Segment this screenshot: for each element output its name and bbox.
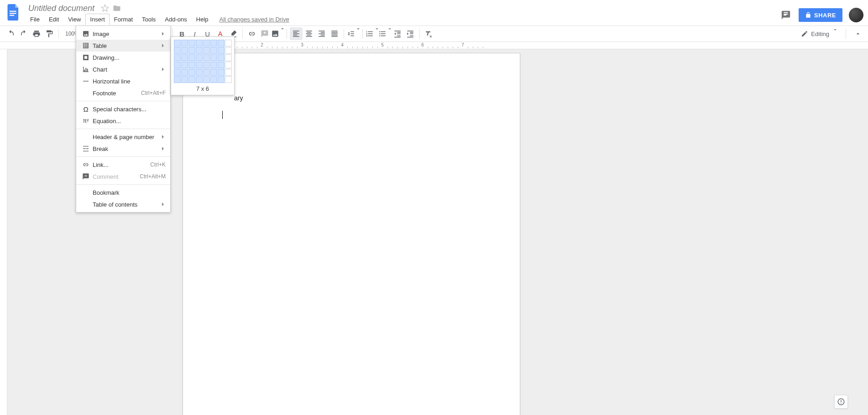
move-folder-icon[interactable] [113,4,121,12]
insert-break[interactable]: Break [76,143,170,155]
table-picker-cell[interactable] [196,69,203,76]
table-picker-cell[interactable] [218,54,225,61]
align-justify-icon[interactable] [328,27,341,40]
menu-file[interactable]: File [26,14,44,25]
line-spacing-icon[interactable] [347,27,360,40]
submenu-arrow-icon [162,202,166,206]
table-picker-cell[interactable] [188,47,195,54]
table-picker-cell[interactable] [225,62,232,68]
undo-icon[interactable] [5,27,17,40]
table-picker-cell[interactable] [210,47,217,54]
align-center-icon[interactable] [303,27,315,40]
vertical-ruler[interactable] [0,49,7,415]
account-avatar[interactable] [849,8,863,22]
numbered-list-icon[interactable] [366,27,378,40]
menu-format[interactable]: Format [110,14,137,25]
align-left-icon[interactable] [290,27,303,40]
table-picker-cell[interactable] [196,40,203,47]
table-picker-cell[interactable] [225,76,232,83]
table-picker-cell[interactable] [188,76,195,83]
decrease-indent-icon[interactable] [391,27,404,40]
print-icon[interactable] [30,27,43,40]
menu-addons[interactable]: Add-ons [160,14,191,25]
insert-link-icon[interactable] [246,27,258,40]
table-picker-cell[interactable] [225,47,232,54]
menu-insert[interactable]: Insert [85,14,110,25]
table-picker-cell[interactable] [203,54,210,61]
insert-chart[interactable]: Chart [76,63,170,75]
insert-table[interactable]: Table [76,40,170,52]
hide-menus-icon[interactable] [852,28,863,39]
redo-icon[interactable] [17,27,30,40]
insert-table-of-contents[interactable]: Table of contents [76,198,170,210]
star-icon[interactable] [101,4,109,12]
bulleted-list-icon[interactable] [378,27,391,40]
paint-format-icon[interactable] [43,27,56,40]
table-picker-cell[interactable] [196,47,203,54]
table-picker-cell[interactable] [203,62,210,68]
increase-indent-icon[interactable] [404,27,417,40]
table-picker-cell[interactable] [225,40,232,47]
table-picker-cell[interactable] [218,47,225,54]
table-picker-cell[interactable] [181,76,188,83]
table-picker-cell[interactable] [174,76,181,83]
editing-mode-button[interactable]: Editing [798,30,839,37]
table-picker-cell[interactable] [218,76,225,83]
table-picker-cell[interactable] [210,54,217,61]
table-picker-cell[interactable] [210,62,217,68]
insert-footnote[interactable]: FootnoteCtrl+Alt+F [76,87,170,99]
insert-header-page-number[interactable]: Header & page number [76,131,170,143]
table-picker-cell[interactable] [174,54,181,61]
table-picker-cell[interactable] [225,54,232,61]
document-page[interactable]: ary [183,53,520,415]
table-picker-cell[interactable] [196,62,203,68]
table-picker-cell[interactable] [188,69,195,76]
table-picker-cell[interactable] [225,69,232,76]
table-picker-cell[interactable] [174,40,181,47]
table-picker-cell[interactable] [203,47,210,54]
insert-drawing[interactable]: Drawing... [76,52,170,63]
share-button[interactable]: SHARE [799,8,842,22]
table-picker-cell[interactable] [181,62,188,68]
insert-bookmark[interactable]: Bookmark [76,187,170,198]
insert-image-icon[interactable] [271,27,284,40]
table-picker-cell[interactable] [188,40,195,47]
table-picker-cell[interactable] [188,54,195,61]
table-picker-cell[interactable] [196,76,203,83]
open-comments-icon[interactable] [779,9,792,21]
menu-edit[interactable]: Edit [44,14,63,25]
table-picker-cell[interactable] [196,54,203,61]
table-picker-cell[interactable] [181,47,188,54]
table-picker-cell[interactable] [210,76,217,83]
menu-tools[interactable]: Tools [137,14,160,25]
docs-logo[interactable] [5,3,23,21]
table-picker-cell[interactable] [181,69,188,76]
table-picker-cell[interactable] [210,69,217,76]
table-picker-cell[interactable] [174,62,181,68]
insert-special-characters[interactable]: ΩSpecial characters... [76,103,170,115]
table-picker-cell[interactable] [174,47,181,54]
document-title[interactable]: Untitled document [26,4,97,13]
table-picker-cell[interactable] [203,76,210,83]
table-picker-cell[interactable] [203,40,210,47]
table-picker-cell[interactable] [218,62,225,68]
insert-horizontal-line[interactable]: Horizontal line [76,75,170,87]
menu-help[interactable]: Help [192,14,213,25]
clear-formatting-icon[interactable] [423,27,435,40]
insert-image[interactable]: Image [76,28,170,40]
insert-link[interactable]: Link...Ctrl+K [76,159,170,171]
table-picker-cell[interactable] [174,69,181,76]
menu-view[interactable]: View [63,14,85,25]
table-picker-cell[interactable] [203,69,210,76]
table-picker-cell[interactable] [181,54,188,61]
table-picker-cell[interactable] [181,40,188,47]
table-picker-cell[interactable] [188,62,195,68]
add-comment-icon[interactable] [258,27,271,40]
table-picker-cell[interactable] [210,40,217,47]
explore-button[interactable] [834,395,848,409]
insert-equation[interactable]: π²Equation... [76,115,170,127]
align-right-icon[interactable] [315,27,328,40]
table-picker-cell[interactable] [218,69,225,76]
table-picker-cell[interactable] [218,40,225,47]
save-status[interactable]: All changes saved in Drive [220,16,289,23]
